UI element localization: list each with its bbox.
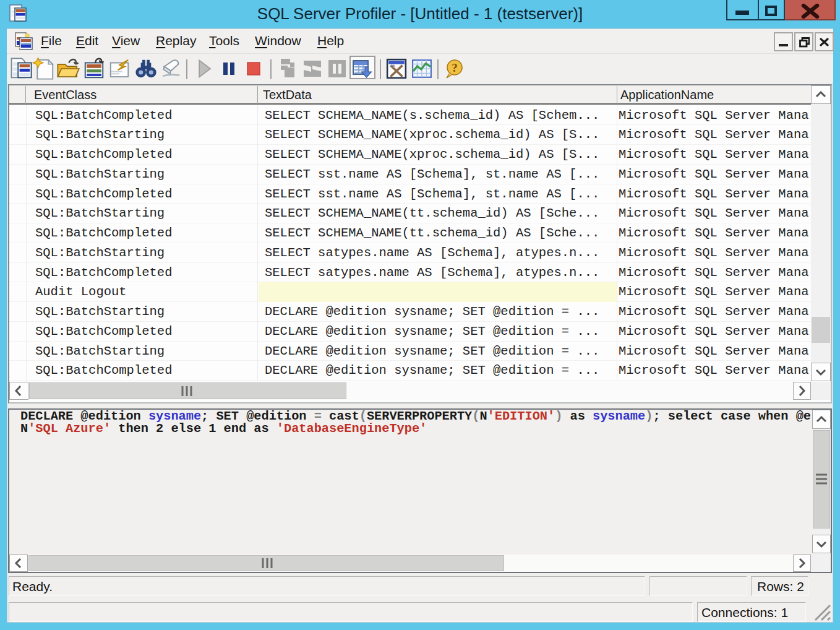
svg-text:?: ? <box>452 61 458 74</box>
